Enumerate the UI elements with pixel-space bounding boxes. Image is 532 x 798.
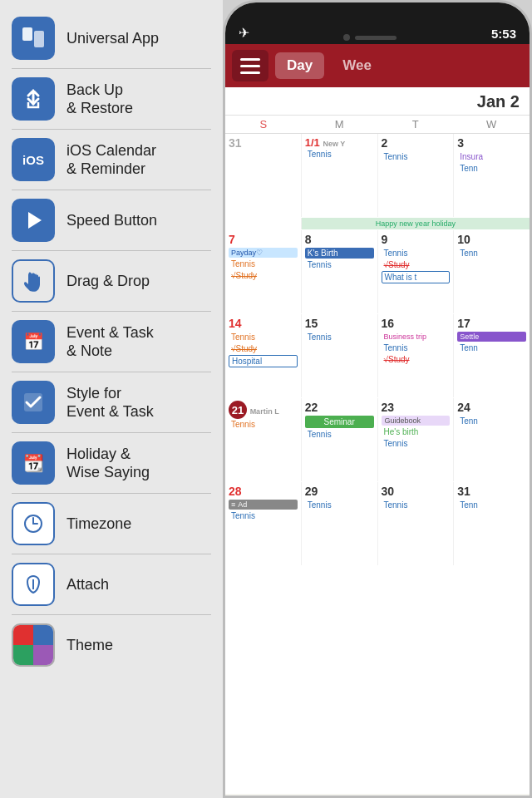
cell-jan24[interactable]: 24 Tenn <box>454 398 530 481</box>
cell-jan22[interactable]: 22 Seminar Tennis <box>302 398 377 481</box>
cell-jan21[interactable]: 21 Martin L Tennis <box>225 398 301 481</box>
cell-jan31[interactable]: 31 Tenn <box>454 482 530 565</box>
style-icon <box>12 381 55 424</box>
feature-label: Event & Task& Note <box>66 323 154 361</box>
feature-label: Theme <box>66 636 113 655</box>
feature-drag-drop[interactable]: Drag & Drop <box>0 251 223 311</box>
day-header-m: M <box>302 116 378 133</box>
svg-rect-8 <box>13 625 33 645</box>
day-header-s: S <box>225 116 302 133</box>
feature-label: Universal App <box>66 29 159 48</box>
day-header-t: T <box>377 116 454 133</box>
feature-label: Drag & Drop <box>66 272 150 291</box>
speed-icon <box>12 199 55 242</box>
backup-icon <box>12 77 55 121</box>
svg-rect-11 <box>33 645 53 665</box>
cell-jan8[interactable]: 8 K's Birth Tennis <box>302 230 377 313</box>
week-1-row: 31 1/1 New Y Tennis 2 Tennis 3 Insura Te… <box>225 134 530 217</box>
feature-timezone[interactable]: Timezone <box>0 494 223 554</box>
week-4-row: 21 Martin L Tennis 22 Seminar Tennis 23 … <box>225 398 530 481</box>
cell-jan28[interactable]: 28 ≡Ad Tennis <box>225 482 301 565</box>
feature-label: iOS Calendar& Reminder <box>66 141 156 179</box>
cell-jan29[interactable]: 29 Tennis <box>302 482 377 565</box>
timezone-icon <box>12 502 55 545</box>
phone-shell: ✈ 5:53 Day Wee Jan 2 S M T <box>223 0 532 798</box>
cell-jan9[interactable]: 9 Tennis √Study What is t <box>378 230 454 313</box>
event-icon: 📅 <box>12 320 55 363</box>
feature-backup[interactable]: Back Up& Restore <box>0 69 223 129</box>
cell-jan3[interactable]: 3 Insura Tenn <box>454 134 530 217</box>
feature-label: Speed Button <box>66 211 157 230</box>
svg-rect-0 <box>22 27 32 41</box>
svg-rect-9 <box>33 625 53 645</box>
feature-attach[interactable]: Attach <box>0 554 223 614</box>
cell-jan14[interactable]: 14 Tennis √Study Hospital <box>225 314 301 397</box>
universal-app-icon <box>12 17 55 60</box>
feature-speed-button[interactable]: Speed Button <box>0 190 223 250</box>
attach-icon <box>12 563 55 606</box>
feature-event-task[interactable]: 📅 Event & Task& Note <box>0 312 223 372</box>
cell-31-prev[interactable]: 31 <box>225 134 301 217</box>
tab-week[interactable]: Wee <box>331 52 383 79</box>
feature-label: Style forEvent & Task <box>66 384 154 421</box>
feature-label: Timezone <box>66 515 131 534</box>
cell-jan2[interactable]: 2 Tennis <box>378 134 454 217</box>
day-headers: S M T W <box>225 116 530 134</box>
feature-universal-app[interactable]: Universal App <box>0 8 223 68</box>
svg-marker-2 <box>28 212 42 229</box>
month-title: Jan 2 <box>225 87 530 116</box>
week-2-row: 7 Payday♡ Tennis √Study 8 K's Birth Tenn… <box>225 230 530 313</box>
cell-jan23[interactable]: 23 Guidebook He's birth Tennis <box>378 398 454 481</box>
features-panel: Universal App Back Up& Restore iOS iOS C… <box>0 0 223 798</box>
feature-label: Back Up& Restore <box>66 81 133 118</box>
holiday-bar-newyear: Happy new year holiday <box>302 218 530 229</box>
week-5-row: 28 ≡Ad Tennis 29 Tennis 30 Tennis 31 Ten… <box>225 482 530 565</box>
feature-ios-calendar[interactable]: iOS iOS Calendar& Reminder <box>0 130 223 190</box>
calendar-app: Day Wee Jan 2 S M T W 31 1/1 New Y T <box>225 44 530 794</box>
day-header-w: W <box>454 116 530 133</box>
status-time: 5:53 <box>491 27 516 41</box>
cell-jan30[interactable]: 30 Tennis <box>378 482 454 565</box>
feature-label: Attach <box>66 575 109 594</box>
feature-label: Holiday &Wise Saying <box>66 445 150 482</box>
week-3-row: 14 Tennis √Study Hospital 15 Tennis 16 B… <box>225 314 530 397</box>
svg-rect-10 <box>13 645 33 665</box>
holiday-icon: 📆 <box>12 441 55 485</box>
theme-icon <box>12 623 55 667</box>
holiday-row-1: Happy new year holiday <box>225 218 530 229</box>
tab-day[interactable]: Day <box>275 52 324 79</box>
drag-icon <box>12 259 55 303</box>
cell-jan17[interactable]: 17 Settle Tenn <box>454 314 530 397</box>
cell-jan10[interactable]: 10 Tenn <box>454 230 530 313</box>
feature-style[interactable]: Style forEvent & Task <box>0 372 223 432</box>
ios-icon: iOS <box>12 138 55 181</box>
cell-jan1[interactable]: 1/1 New Y Tennis <box>302 134 377 217</box>
feature-theme[interactable]: Theme <box>0 615 223 675</box>
cell-jan15[interactable]: 15 Tennis <box>302 314 377 397</box>
svg-rect-1 <box>34 31 44 47</box>
menu-button[interactable] <box>232 50 268 81</box>
feature-holiday[interactable]: 📆 Holiday &Wise Saying <box>0 433 223 493</box>
calendar-header: Day Wee <box>225 44 530 87</box>
phone-mockup: ✈ 5:53 Day Wee Jan 2 S M T <box>223 0 532 798</box>
cell-jan16[interactable]: 16 Business trip Tennis √Study <box>378 314 454 397</box>
cell-jan7[interactable]: 7 Payday♡ Tennis √Study <box>225 230 301 313</box>
